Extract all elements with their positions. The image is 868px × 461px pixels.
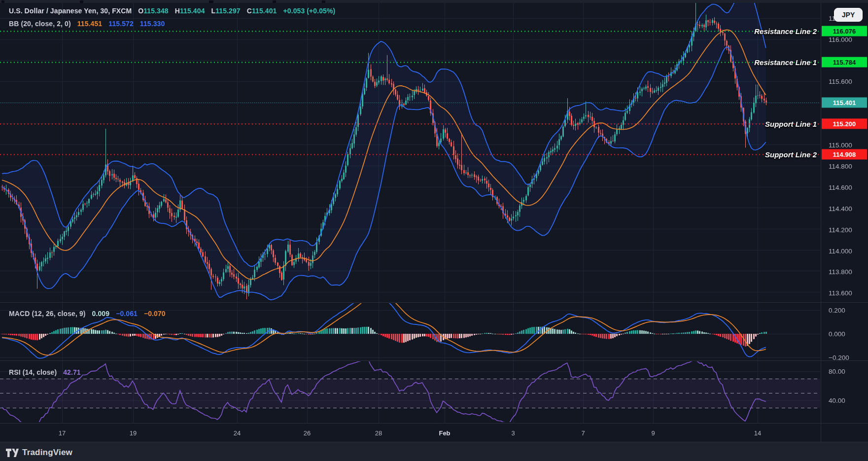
macd-signal-value: −0.070 (144, 310, 166, 318)
tradingview-logo[interactable]: TradingView (6, 448, 72, 458)
price-axis-label[interactable]: 115.600 (829, 78, 852, 85)
price-axis-label[interactable]: 114.800 (829, 163, 852, 170)
last-price-badge: 115.401 (822, 98, 867, 108)
bb-label: BB (20, close, 2, 0) (9, 20, 71, 28)
time-axis-label[interactable]: 17 (59, 429, 66, 437)
price-axis-label[interactable]: 114.200 (829, 226, 852, 234)
cropped-text-fragment (1, 0, 4, 3)
cropped-text-fragment (273, 0, 276, 3)
ohlc-high: H115.404 (175, 7, 205, 15)
resistance-line-2-label[interactable]: Resistance Line 2 (754, 27, 817, 35)
cropped-text-fragment (209, 0, 213, 3)
time-axis-label[interactable]: 14 (754, 429, 761, 437)
cropped-text-fragment (80, 0, 83, 3)
ohlc-low: L115.297 (211, 7, 241, 15)
ohlc-close: C115.401 (247, 7, 277, 15)
rsi-axis-label[interactable]: 80.00 (829, 368, 845, 375)
price-axis-label[interactable]: 116.000 (829, 36, 852, 43)
footer-strip (0, 442, 868, 461)
macd-hist-value: 0.009 (92, 310, 110, 318)
price-axis-label[interactable]: 113.600 (829, 289, 852, 297)
rsi-legend-row[interactable]: RSI (14, close) 42.71 (9, 368, 81, 376)
rsi-value: 42.71 (63, 368, 81, 376)
rsi-axis-label[interactable]: 40.00 (829, 397, 845, 404)
price-axis-label[interactable]: 114.400 (829, 205, 852, 213)
time-axis-label[interactable]: 3 (511, 429, 515, 437)
support-line-2-label[interactable]: Support Line 2 (765, 150, 817, 159)
symbol-legend-row[interactable]: U.S. Dollar / Japanese Yen, 30, FXCM O11… (9, 7, 335, 15)
price-change: +0.053 (+0.05%) (283, 7, 336, 15)
macd-axis-label[interactable]: 0.000 (829, 330, 845, 338)
time-axis-label[interactable]: 7 (581, 429, 585, 437)
macd-legend-row[interactable]: MACD (12, 26, close, 9) 0.009 −0.061 −0.… (9, 310, 166, 318)
time-axis-label[interactable]: 28 (375, 429, 382, 437)
rsi-label: RSI (14, close) (9, 368, 57, 376)
tradingview-brand-text: TradingView (22, 448, 72, 458)
price-axis-label[interactable]: 115.000 (829, 142, 852, 149)
tradingview-chart-window: U.S. Dollar / Japanese Yen, 30, FXCM O11… (0, 0, 868, 461)
price-axis-label[interactable]: 114.000 (829, 248, 852, 255)
symbol-title: U.S. Dollar / Japanese Yen, 30, FXCM (9, 7, 132, 15)
bb-lower-value: 115.330 (140, 20, 165, 28)
cropped-text-fragment (322, 0, 325, 3)
bollinger-legend-row[interactable]: BB (20, close, 2, 0) 115.451 115.572 115… (9, 20, 165, 28)
currency-toggle-button[interactable]: JPY (834, 8, 863, 22)
time-axis-label[interactable]: 9 (651, 429, 655, 437)
tradingview-logo-icon (6, 449, 19, 457)
support-2-price-badge: 114.908 (822, 149, 867, 160)
price-axis-label[interactable]: 114.600 (829, 184, 852, 191)
bb-basis-value: 115.451 (77, 20, 103, 28)
price-axis-label[interactable]: 113.800 (829, 268, 852, 276)
macd-label: MACD (12, 26, close, 9) (9, 310, 86, 318)
macd-axis-label[interactable]: −0.200 (829, 354, 849, 361)
resistance-line-1-label[interactable]: Resistance Line 1 (754, 58, 817, 67)
macd-axis-label[interactable]: 0.200 (829, 307, 845, 314)
resistance-2-price-badge: 116.076 (822, 26, 867, 36)
macd-line-value: −0.061 (116, 310, 138, 318)
support-1-price-badge: 115.200 (822, 119, 867, 129)
ohlc-open: O115.348 (138, 7, 169, 15)
time-axis-label[interactable]: Feb (439, 429, 450, 437)
price-chart-canvas[interactable] (0, 0, 868, 461)
time-axis-label[interactable]: 24 (234, 429, 241, 437)
bb-upper-value: 115.572 (108, 20, 134, 28)
resistance-1-price-badge: 115.784 (822, 57, 867, 68)
support-line-1-label[interactable]: Support Line 1 (765, 120, 817, 128)
time-axis-label[interactable]: 19 (130, 429, 137, 437)
time-axis-label[interactable]: 26 (304, 429, 311, 437)
cropped-toolbar-strip (0, 0, 868, 3)
